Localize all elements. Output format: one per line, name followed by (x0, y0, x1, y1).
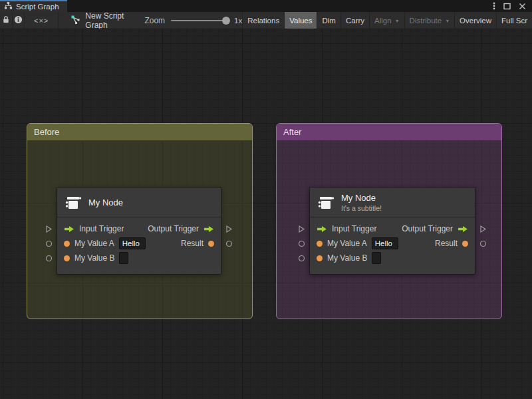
graph-canvas[interactable]: Before After (0, 29, 532, 399)
value-a-input[interactable] (372, 237, 398, 249)
node-header[interactable]: My Node It's a subtitle! (310, 188, 475, 217)
dim-button[interactable]: Dim (317, 12, 340, 29)
close-icon[interactable] (519, 3, 526, 10)
zoom-slider-handle[interactable] (222, 17, 230, 25)
result-label: Result (435, 239, 458, 248)
flow-in-port-icon[interactable] (317, 225, 327, 233)
value-b-input[interactable] (119, 252, 128, 264)
tab-script-graph[interactable]: Script Graph (0, 0, 67, 12)
new-script-graph-label: New Script Graph (85, 12, 127, 29)
script-graph-window: Script Graph (0, 0, 532, 399)
port-row-value-b: My Value B (317, 251, 468, 265)
flow-out-connector[interactable] (479, 225, 487, 233)
info-icon (14, 15, 23, 27)
kebab-menu-icon[interactable] (493, 2, 495, 10)
node-box[interactable]: My Node Input Trigger Output Trigger (57, 187, 221, 275)
value-b-label: My Value B (74, 253, 114, 263)
port-row-trigger: Input Trigger Output Trigger (64, 221, 214, 236)
graph-hierarchy-icon (4, 1, 13, 13)
new-script-graph-button[interactable]: New Script Graph (64, 12, 134, 29)
toolbar-right-group: Relations Values Dim Carry Align ▼ Distr… (242, 12, 532, 29)
zoom-value: 1x (234, 17, 242, 25)
lock-button[interactable] (0, 12, 13, 29)
zoom-control: Zoom 1x (144, 12, 242, 29)
tab-title: Script Graph (16, 3, 59, 11)
code-preview-icon: <×> (34, 17, 49, 25)
distribute-dropdown[interactable]: Distribute ▼ (404, 12, 455, 29)
value-b-label: My Value B (327, 253, 367, 263)
node-my-node-after: My Node It's a subtitle! Input Trigger (309, 187, 475, 275)
node-ports: Input Trigger Output Trigger My Valu (310, 217, 475, 268)
result-connector[interactable] (479, 240, 487, 247)
group-before-header[interactable]: Before (27, 124, 252, 140)
node-title: My Node (341, 193, 382, 203)
group-after-header[interactable]: After (277, 124, 501, 140)
result-port-icon[interactable] (208, 241, 214, 247)
code-preview-button[interactable]: <×> (25, 12, 59, 29)
value-b-port-icon[interactable] (64, 255, 70, 261)
node-ports: Input Trigger Output Trigger My Valu (57, 217, 221, 268)
window-controls (493, 0, 532, 12)
group-before-label: Before (34, 127, 59, 137)
unit-icon (64, 194, 82, 211)
node-my-node-before: My Node Input Trigger Output Trigger (57, 187, 221, 275)
input-trigger-label: Input Trigger (79, 224, 124, 233)
lock-icon (2, 15, 10, 27)
output-trigger-label: Output Trigger (148, 224, 199, 233)
flow-out-connector[interactable] (225, 225, 233, 233)
value-a-port-icon[interactable] (64, 241, 70, 247)
flow-out-port-icon[interactable] (458, 225, 468, 233)
carry-button[interactable]: Carry (340, 12, 369, 29)
node-title: My Node (88, 198, 123, 207)
result-connector[interactable] (225, 240, 233, 247)
value-a-label: My Value A (74, 239, 114, 248)
result-port-icon[interactable] (462, 241, 468, 247)
value-b-connector[interactable] (45, 255, 53, 262)
relations-button[interactable]: Relations (242, 12, 284, 29)
chevron-down-icon: ▼ (395, 19, 400, 23)
value-b-connector[interactable] (298, 255, 305, 262)
chevron-down-icon: ▼ (445, 19, 450, 23)
value-a-connector[interactable] (45, 240, 53, 247)
port-row-trigger: Input Trigger Output Trigger (317, 221, 468, 236)
overview-button[interactable]: Overview (454, 12, 496, 29)
flow-in-connector[interactable] (298, 225, 305, 233)
info-button[interactable] (13, 12, 25, 29)
flow-out-port-icon[interactable] (203, 225, 214, 233)
value-a-input[interactable] (119, 237, 146, 249)
node-subtitle: It's a subtitle! (341, 204, 382, 212)
zoom-slider[interactable] (171, 20, 228, 21)
port-row-value-a: My Value A Result (64, 236, 214, 251)
node-footer (310, 268, 475, 274)
group-after-label: After (283, 127, 301, 137)
value-b-input[interactable] (372, 252, 381, 264)
maximize-icon[interactable] (503, 3, 511, 10)
zoom-label: Zoom (144, 16, 165, 25)
output-trigger-label: Output Trigger (402, 224, 453, 233)
result-label: Result (181, 239, 203, 248)
tab-bar: Script Graph (0, 0, 532, 12)
value-a-connector[interactable] (298, 240, 305, 247)
value-b-port-icon[interactable] (317, 255, 323, 261)
graph-toolbar: <×> New Script Graph Zoom 1x Relations (0, 12, 532, 29)
graph-nodes-icon (70, 15, 80, 27)
node-footer (57, 268, 221, 274)
value-a-port-icon[interactable] (317, 241, 323, 247)
flow-in-port-icon[interactable] (64, 225, 74, 233)
port-row-value-b: My Value B (64, 251, 214, 265)
values-button[interactable]: Values (284, 12, 317, 29)
unit-icon (317, 194, 334, 211)
value-a-label: My Value A (327, 239, 367, 248)
node-header[interactable]: My Node (57, 188, 221, 217)
port-row-value-a: My Value A Result (317, 236, 468, 251)
flow-in-connector[interactable] (45, 225, 53, 233)
align-dropdown[interactable]: Align ▼ (369, 12, 404, 29)
node-box[interactable]: My Node It's a subtitle! Input Trigger (309, 187, 475, 275)
fullscreen-button[interactable]: Full Scr (496, 12, 532, 29)
input-trigger-label: Input Trigger (332, 224, 376, 233)
